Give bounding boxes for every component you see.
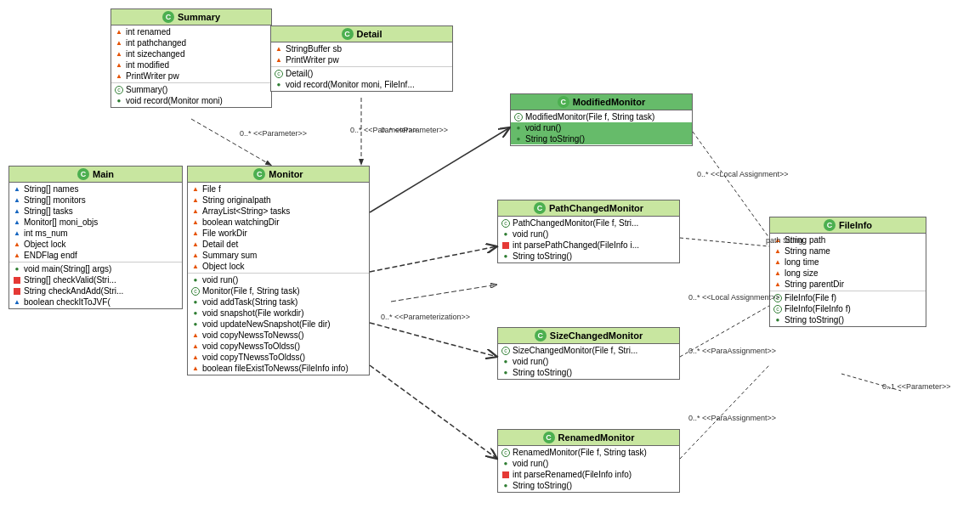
method: ●void main(String[] args) [9,263,182,274]
triangle-icon: ▲ [115,39,123,48]
square-red-icon [13,276,21,285]
field: ▲String originalpath [188,195,369,206]
method: ●String toString() [498,480,679,491]
class-header-summary: C Summary [111,9,271,25]
class-header-monitor: C Monitor [188,167,369,183]
class-name-detail: Detail [357,29,382,39]
svg-line-0 [191,119,272,166]
triangle-icon: ▲ [13,251,21,260]
field: ▲int sizechanged [111,48,271,59]
triangle-icon: ▲ [191,342,200,351]
triangle-icon: ▲ [115,61,123,70]
fileinfo-methods: cFileInfo(File f) cFileInfo(FileInfo f) … [770,291,926,326]
triangle-s-icon: ▲ [13,229,21,238]
method: ▲void copyNewssToOldss() [188,341,369,352]
modifiedmonitor-methods: cModifiedMonitor(File f, String task) ●v… [511,110,692,145]
triangle-s-icon: ▲ [13,298,21,307]
circle-c-icon: c [501,449,510,457]
method: ●void addTask(String task) [188,296,369,308]
main-methods: ●void main(String[] args) String[] check… [9,262,182,308]
field: ▲StringBuffer sb [271,43,452,54]
label-paraassign2: 0..* <<ParaAssignment>> [688,347,776,355]
method: ●void record(Monitor moni, FileInf... [271,79,452,90]
class-header-renamedmonitor: C RenamedMonitor [498,430,679,446]
method: ●void record(Monitor moni) [111,95,271,106]
triangle-icon: ▲ [13,240,21,249]
method: cFileInfo(File f) [770,292,926,303]
method: cMonitor(File f, String task) [188,285,369,296]
class-icon-detail: C [342,28,354,40]
main-fields: ▲String[] names ▲String[] monitors ▲Stri… [9,183,182,262]
class-renamedmonitor: C RenamedMonitor cRenamedMonitor(File f,… [497,429,680,493]
svg-line-3 [370,246,497,272]
label-path-string: path String [766,236,803,245]
class-icon-monitor: C [253,168,265,180]
field: ▲String[] names [9,183,182,195]
method: cRenamedMonitor(File f, String task) [498,447,679,458]
method: ▲boolean checkItToJVF( [9,296,182,308]
field: ▲int modified [111,59,271,71]
triangle-icon: ▲ [191,331,200,340]
method: ●void run() [498,356,679,367]
class-icon-pathchangedmonitor: C [534,202,546,214]
method: ●void snapshot(File workdir) [188,308,369,319]
class-header-pathchangedmonitor: C PathChangedMonitor [498,200,679,217]
triangle-icon: ▲ [191,229,200,238]
field: ▲File f [188,183,369,195]
class-icon-sizechangedmonitor: C [535,330,547,342]
field: ▲boolean watchingDir [188,217,369,228]
label-param1: 0..* <<Parameter>> [240,129,307,138]
class-icon-main: C [77,168,89,180]
method: ▲void copyTNewssToOldss() [188,352,369,363]
field: ▲Object lock [188,261,369,272]
class-header-sizechangedmonitor: C SizeChangedMonitor [498,328,679,344]
circle-c-icon: c [275,70,283,78]
field: ▲String parentDir [770,279,926,290]
field: ▲Detail det [188,239,369,250]
field: ▲ENDFlag endf [9,250,182,261]
circle-c-icon: c [501,347,510,355]
label-parameterization1: 0..* <<Parameterization>> [381,313,470,321]
label-localassign2: 0..* <<Local Assignment>> [688,293,780,302]
svg-line-11 [391,285,497,302]
triangle-icon: ▲ [773,258,782,267]
triangle-s-icon: ▲ [13,218,21,227]
method: cFileInfo(FileInfo f) [770,303,926,314]
class-modifiedmonitor: C ModifiedMonitor cModifiedMonitor(File … [510,93,693,146]
method: int parseRenamed(FileInfo info) [498,469,679,480]
square-red-icon [501,241,510,250]
circle-c-icon: c [514,113,523,121]
triangle-icon: ▲ [191,262,200,271]
circle-green-icon: ● [191,320,200,329]
triangle-icon: ▲ [191,196,200,205]
triangle-icon: ▲ [191,240,200,249]
monitor-fields: ▲File f ▲String originalpath ▲ArrayList<… [188,183,369,274]
field: ▲Object lock [9,239,182,250]
detail-methods: cDetail() ●void record(Monitor moni, Fil… [271,67,452,91]
monitor-methods: ●void run() cMonitor(File f, String task… [188,274,369,375]
method: String checkAndAdd(Stri... [9,285,182,296]
class-header-main: C Main [9,167,182,183]
circle-c-icon: c [115,86,123,94]
class-icon-fileinfo: C [824,219,836,231]
triangle-icon: ▲ [275,45,283,54]
uml-diagram: C Summary ▲int renamed ▲int pathchanged … [0,0,980,525]
field: ▲ArrayList<String> tasks [188,206,369,217]
method: cSummary() [111,84,271,95]
class-pathchangedmonitor: C PathChangedMonitor cPathChangedMonitor… [497,200,680,263]
circle-green-icon: ● [501,460,510,468]
method: int parsePathChanged(FileInfo i... [498,240,679,251]
triangle-icon: ▲ [115,50,123,59]
field: ▲int renamed [111,26,271,37]
circle-green-icon: ● [501,482,510,490]
method: ●void run() [498,229,679,240]
method: ●String toString() [770,314,926,325]
triangle-icon: ▲ [773,280,782,289]
triangle-icon: ▲ [115,72,123,81]
class-name-modifiedmonitor: ModifiedMonitor [573,97,646,107]
circle-green-icon: ● [501,369,510,377]
label-paraassign1: 0..* <<ParaAssignment>> [688,414,776,422]
circle-c-icon: c [191,287,200,296]
pathchangedmonitor-methods: cPathChangedMonitor(File f, Stri... ●voi… [498,217,679,262]
triangle-icon: ▲ [191,207,200,216]
